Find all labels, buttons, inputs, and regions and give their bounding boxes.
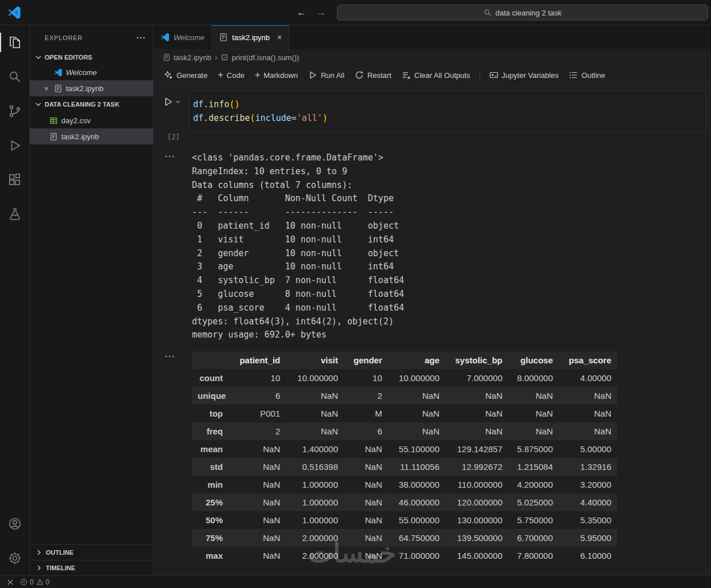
workspace-folder-header[interactable]: DATA CLEANING 2 TASK [30, 96, 153, 112]
table-cell: 5.025000 [508, 493, 559, 511]
testing-icon[interactable] [0, 197, 29, 232]
breadcrumb-file[interactable]: task2.ipynb [163, 53, 211, 62]
tab-close-icon[interactable]: × [277, 33, 282, 42]
table-cell: 1.000000 [286, 493, 344, 511]
table-cell: 5.00000 [559, 440, 617, 458]
chevron-down-icon [34, 53, 43, 62]
table-cell: 10 [229, 369, 286, 387]
outline-pane-header[interactable]: OUTLINE [30, 544, 153, 560]
table-cell: NaN [229, 476, 286, 493]
vscode-file-icon [54, 68, 62, 77]
table-cell: 4.200000 [508, 476, 559, 493]
breadcrumb-cell-symbol[interactable]: print(df.isna().sum()) [221, 53, 299, 62]
table-cell: 120.000000 [445, 493, 508, 511]
table-cell: 5.35000 [559, 511, 617, 529]
table-cell: 8.000000 [508, 369, 559, 387]
clear-all-outputs-label: Clear All Outputs [414, 71, 470, 80]
table-cell: 55.000000 [388, 511, 445, 529]
tab-welcome[interactable]: Welcome [154, 25, 212, 49]
table-cell: 1.000000 [286, 476, 344, 493]
restart-icon [355, 70, 364, 80]
file-item-label: day2.csv [61, 116, 91, 125]
restart-button[interactable]: Restart [350, 68, 396, 82]
notebook-file-icon [219, 33, 228, 42]
outline-pane-label: OUTLINE [46, 549, 73, 556]
command-center-search[interactable]: data cleaning 2 task [337, 5, 708, 21]
file-item-task2-ipynb[interactable]: task2.ipynb [30, 128, 153, 144]
table-cell: NaN [559, 422, 617, 440]
sidebar-spacer [30, 144, 153, 544]
workspace-folder-label: DATA CLEANING 2 TASK [45, 101, 119, 108]
csv-file-icon [49, 116, 58, 125]
clear-all-outputs-button[interactable]: Clear All Outputs [397, 68, 475, 82]
sidebar-more-actions-icon[interactable]: ··· [136, 33, 146, 42]
run-cell-button[interactable] [154, 91, 181, 107]
output-options-icon[interactable]: ··· [165, 152, 175, 160]
chevron-down-icon [175, 99, 181, 105]
timeline-pane-header[interactable]: TIMELINE [30, 560, 153, 575]
table-cell: 5.750000 [508, 511, 559, 529]
table-row: unique6NaN2NaNNaNNaNNaN [192, 387, 617, 405]
column-header: patient_id [229, 351, 286, 369]
table-row: meanNaN1.400000NaN55.100000129.1428575.8… [192, 440, 617, 458]
explorer-icon[interactable] [0, 25, 29, 60]
open-editors-header[interactable]: OPEN EDITORS [30, 50, 153, 64]
vscode-file-icon [160, 33, 170, 42]
cell-output-text: ··· <class 'pandas.core.frame.DataFrame'… [154, 151, 711, 342]
warning-count: 0 [46, 578, 50, 586]
open-editor-label: Welcome [66, 68, 97, 77]
problems-indicator[interactable]: 0 0 [17, 576, 52, 588]
plus-icon: + [218, 70, 223, 80]
table-cell: NaN [388, 405, 445, 422]
file-item-day2-csv[interactable]: day2.csv [30, 112, 153, 128]
cell-input: df.info()df.describe(include='all') [154, 91, 711, 132]
cell-gutter [154, 91, 189, 132]
generate-button[interactable]: Generate [159, 68, 212, 82]
extensions-icon[interactable] [0, 163, 29, 197]
add-markdown-label: Markdown [264, 71, 298, 80]
outline-button[interactable]: Outline [564, 68, 610, 82]
column-header: glucose [508, 351, 559, 369]
account-icon[interactable] [0, 507, 29, 541]
back-icon[interactable]: ← [297, 7, 307, 18]
cell-code-editor[interactable]: df.info()df.describe(include='all') [189, 91, 706, 132]
column-header: psa_score [559, 351, 617, 369]
output-options-icon[interactable]: ··· [165, 352, 175, 360]
open-editor-welcome[interactable]: Welcome [30, 64, 153, 80]
table-cell: 55.100000 [388, 440, 445, 458]
source-control-icon[interactable] [0, 94, 29, 128]
workbench: EXPLORER ··· OPEN EDITORS Welcome × task… [0, 25, 711, 575]
notebook-file-icon [54, 84, 62, 93]
table-cell: 5.95000 [559, 529, 617, 547]
run-debug-icon[interactable] [0, 128, 29, 163]
add-code-cell-button[interactable]: + Code [213, 68, 249, 83]
run-all-button[interactable]: Run All [304, 68, 349, 82]
table-cell: NaN [508, 387, 559, 405]
settings-gear-icon[interactable] [0, 541, 29, 575]
table-cell: 10 [344, 369, 388, 387]
open-editor-task2[interactable]: × task2.ipynb [30, 80, 153, 96]
table-cell: NaN [229, 458, 286, 476]
explorer-sidebar: EXPLORER ··· OPEN EDITORS Welcome × task… [30, 25, 154, 575]
forward-icon[interactable]: → [316, 7, 326, 18]
title-bar: ← → data cleaning 2 task [0, 0, 711, 25]
jupyter-variables-button[interactable]: Jupyter Variables [485, 68, 563, 82]
row-label: freq [192, 422, 229, 440]
open-editor-label: task2.ipynb [66, 84, 104, 93]
table-cell: NaN [229, 511, 286, 529]
jupyter-variables-label: Jupyter Variables [502, 71, 559, 80]
table-cell: 2.000000 [286, 529, 344, 547]
table-cell: P001 [229, 405, 286, 422]
remote-indicator-icon[interactable] [3, 576, 17, 588]
tab-task2-ipynb[interactable]: task2.ipynb × [212, 25, 289, 49]
table-cell: NaN [229, 440, 286, 458]
search-view-icon[interactable] [0, 60, 29, 94]
run-cell-icon [163, 96, 174, 107]
add-markdown-cell-button[interactable]: + Markdown [250, 68, 303, 83]
breadcrumb-separator-icon: › [215, 53, 218, 62]
df-info-output: <class 'pandas.core.frame.DataFrame'> Ra… [192, 151, 711, 342]
table-cell: 10.000000 [286, 369, 344, 387]
cell-output-table: ··· patient_idvisitgenderagesystolic_bpg… [154, 351, 711, 565]
close-editor-icon[interactable]: × [42, 84, 50, 93]
table-cell: 2 [229, 422, 286, 440]
